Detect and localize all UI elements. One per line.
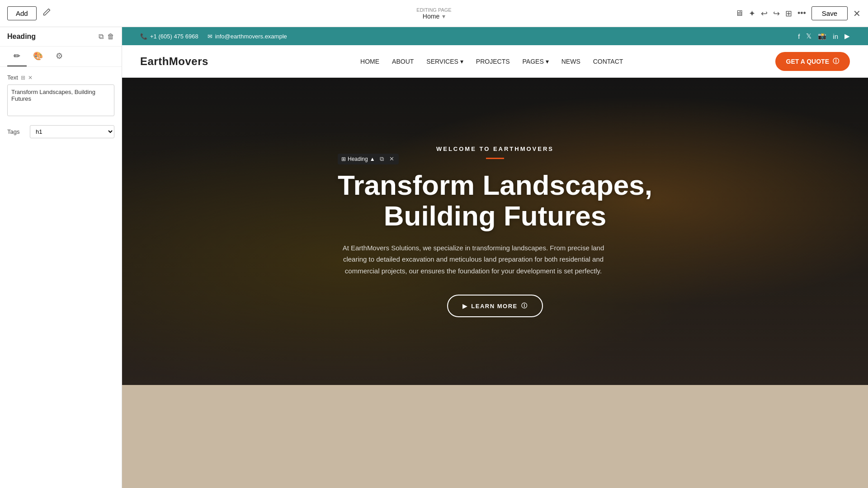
magic-icon-button[interactable]: ✦ xyxy=(749,9,755,19)
sidebar: Heading ⧉ 🗑 ✏ 🎨 ⚙ Text ⊞ ✕ Transform Lan… xyxy=(0,27,122,488)
phone-icon: 📞 xyxy=(140,33,147,40)
nav-link-home[interactable]: HOME xyxy=(360,58,379,65)
hero-title: Transform Landscapes, Building Futures xyxy=(338,170,652,231)
hero-title-container: ⊞ Heading ▲ ⧉ ✕ Transform Landscapes, Bu… xyxy=(338,170,652,242)
email-icon: ✉ xyxy=(208,33,212,40)
phone-item: 📞 +1 (605) 475 6968 xyxy=(140,33,198,40)
heading-toolbar: ⊞ Heading ▲ ⧉ ✕ xyxy=(338,154,399,164)
hero-description: At EarthMovers Solutions, we specialize … xyxy=(338,242,609,277)
text-label: Text xyxy=(7,74,18,81)
add-button[interactable]: Add xyxy=(7,6,37,20)
sidebar-header-icons: ⧉ 🗑 xyxy=(99,33,114,41)
copy-icon-button[interactable]: ⧉ xyxy=(99,33,104,41)
editing-page-label: EDITING PAGE xyxy=(416,7,451,13)
nav-cta-label: GET A QUOTE xyxy=(786,58,829,65)
save-button[interactable]: Save xyxy=(811,6,848,20)
instagram-icon[interactable]: 📸 xyxy=(818,32,826,40)
email-item: ✉ info@earthmovers.example xyxy=(208,33,287,40)
nav-link-about[interactable]: ABOUT xyxy=(392,58,414,65)
page-name: Home xyxy=(423,13,439,20)
editing-page-info: EDITING PAGE Home ▾ xyxy=(416,7,451,20)
tags-label: Tags xyxy=(7,128,25,135)
services-chevron: ▾ xyxy=(460,58,463,65)
text-label-row: Text ⊞ ✕ xyxy=(7,74,114,81)
sidebar-title: Heading xyxy=(7,33,36,41)
hero-section: WELCOME TO EARTHMOVERS ⊞ Heading ▲ ⧉ ✕ xyxy=(122,78,868,385)
nav-link-pages[interactable]: PAGES ▾ xyxy=(523,58,549,65)
tags-select[interactable]: h1 h2 h3 h4 h5 h6 p xyxy=(30,125,114,138)
heading-copy-button[interactable]: ⧉ xyxy=(379,155,385,163)
info-bar-left: 📞 +1 (605) 475 6968 ✉ info@earthmovers.e… xyxy=(140,33,287,40)
tab-style[interactable]: ✏ xyxy=(7,47,27,66)
page-dropdown-icon[interactable]: ▾ xyxy=(442,13,445,20)
nav-links: HOME ABOUT SERVICES ▾ PROJECTS PAGES ▾ N… xyxy=(360,58,623,65)
phone-number: +1 (605) 475 6968 xyxy=(150,33,198,40)
top-right-actions: 🖥 ✦ ↩ ↪ ⊞ ••• Save ✕ xyxy=(735,6,861,20)
nav-link-projects[interactable]: PROJECTS xyxy=(476,58,510,65)
nav-link-contact[interactable]: CONTACT xyxy=(593,58,623,65)
monitor-icon-button[interactable]: 🖥 xyxy=(735,9,743,18)
tab-settings[interactable]: ⚙ xyxy=(49,47,69,66)
nav-bar: EarthMovers HOME ABOUT SERVICES ▾ PROJEC… xyxy=(122,45,868,78)
heading-toolbar-label: ⊞ Heading ▲ xyxy=(341,156,375,162)
nav-link-services[interactable]: SERVICES ▾ xyxy=(426,58,463,65)
hero-btn-label: LEARN MORE xyxy=(471,303,517,310)
page-canvas[interactable]: 📞 +1 (605) 475 6968 ✉ info@earthmovers.e… xyxy=(122,27,868,488)
sidebar-tabs: ✏ 🎨 ⚙ xyxy=(0,47,122,67)
hero-content: WELCOME TO EARTHMOVERS ⊞ Heading ▲ ⧉ ✕ xyxy=(338,145,652,318)
heading-toolbar-chevron[interactable]: ▲ xyxy=(370,156,375,162)
hero-divider xyxy=(486,158,504,159)
hero-subtitle: WELCOME TO EARTHMOVERS xyxy=(338,145,652,152)
pages-chevron: ▾ xyxy=(546,58,549,65)
hero-title-line2: Building Futures xyxy=(384,200,607,231)
hero-cta-button[interactable]: ▶ LEARN MORE ⓘ xyxy=(447,295,543,317)
text-settings-icon[interactable]: ✕ xyxy=(28,75,33,81)
tab-design[interactable]: 🎨 xyxy=(27,47,49,66)
nav-link-news[interactable]: NEWS xyxy=(561,58,580,65)
heading-delete-button[interactable]: ✕ xyxy=(388,155,395,162)
tags-row: Tags h1 h2 h3 h4 h5 h6 p xyxy=(7,125,114,138)
text-info-icon[interactable]: ⊞ xyxy=(21,75,25,81)
sidebar-header: Heading ⧉ 🗑 xyxy=(0,27,122,47)
more-options-button[interactable]: ••• xyxy=(797,9,806,18)
top-bar: Add EDITING PAGE Home ▾ 🖥 ✦ ↩ ↪ ⊞ ••• Sa… xyxy=(0,0,868,27)
nav-cta-icon: ⓘ xyxy=(833,57,839,66)
youtube-icon[interactable]: ▶ xyxy=(844,32,850,40)
nav-logo: EarthMovers xyxy=(140,55,208,68)
nav-cta-button[interactable]: GET A QUOTE ⓘ xyxy=(775,52,850,71)
facebook-icon[interactable]: f xyxy=(798,33,800,40)
linkedin-icon[interactable]: in xyxy=(833,33,838,40)
undo-button[interactable]: ↩ xyxy=(761,9,768,19)
heading-text-input[interactable]: Transform Landscapes, Building Futures xyxy=(7,84,114,116)
website-preview: 📞 +1 (605) 475 6968 ✉ info@earthmovers.e… xyxy=(122,27,868,385)
close-button[interactable]: ✕ xyxy=(853,8,861,19)
edit-icon-button[interactable] xyxy=(42,8,51,19)
main-layout: Heading ⧉ 🗑 ✏ 🎨 ⚙ Text ⊞ ✕ Transform Lan… xyxy=(0,27,868,488)
layers-button[interactable]: ⊞ xyxy=(785,9,792,19)
hero-title-line1: Transform Landscapes, xyxy=(338,169,652,201)
email-address: info@earthmovers.example xyxy=(215,33,287,40)
hero-btn-info-icon: ⓘ xyxy=(521,302,528,310)
twitter-icon[interactable]: 𝕏 xyxy=(806,32,811,40)
sidebar-content: Text ⊞ ✕ Transform Landscapes, Building … xyxy=(0,67,122,488)
text-field-section: Text ⊞ ✕ Transform Landscapes, Building … xyxy=(7,74,114,118)
heading-toolbar-icon: ⊞ xyxy=(341,156,346,162)
info-bar-right: f 𝕏 📸 in ▶ xyxy=(798,32,850,40)
redo-button[interactable]: ↪ xyxy=(773,9,780,19)
delete-icon-button[interactable]: 🗑 xyxy=(107,33,114,41)
info-bar: 📞 +1 (605) 475 6968 ✉ info@earthmovers.e… xyxy=(122,27,868,45)
hero-btn-icon: ▶ xyxy=(462,303,468,310)
